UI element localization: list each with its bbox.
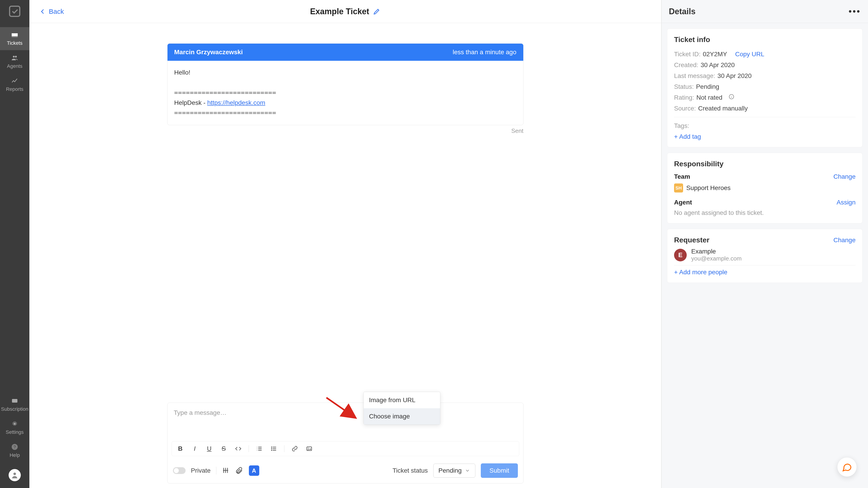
reports-icon — [9, 77, 20, 85]
add-tag-button[interactable]: + Add tag — [674, 133, 856, 140]
svg-point-2 — [15, 56, 17, 58]
svg-rect-12 — [307, 447, 311, 451]
header: Back Example Ticket — [29, 0, 661, 23]
submit-button[interactable]: Submit — [481, 463, 518, 478]
rail-item-label: Subscription — [1, 406, 28, 412]
status-value: Pending — [696, 83, 719, 90]
text-color-button[interactable]: A — [249, 465, 259, 476]
rail-item-subscription[interactable]: Subscription — [0, 393, 29, 416]
requester-card: Requester Change E Example you@example.c… — [667, 229, 863, 283]
svg-line-8 — [327, 398, 356, 418]
svg-point-13 — [308, 448, 309, 449]
svg-point-11 — [271, 450, 272, 451]
left-rail: Tickets Agents Reports Subscription Sett… — [0, 0, 29, 488]
link-button[interactable] — [291, 445, 299, 453]
team-label: Team — [674, 173, 690, 180]
user-avatar[interactable] — [8, 469, 21, 481]
chevron-down-icon — [465, 468, 470, 473]
rail-item-tickets[interactable]: Tickets — [0, 27, 29, 50]
app-logo — [8, 4, 22, 18]
add-more-people-button[interactable]: + Add more people — [674, 269, 856, 276]
svg-rect-3 — [12, 399, 18, 402]
agents-icon — [9, 54, 20, 61]
underline-button[interactable]: U — [205, 445, 213, 453]
message-signature: HelpDesk - https://helpdesk.com — [174, 98, 517, 108]
tags-label: Tags: — [674, 122, 689, 129]
message-status: Sent — [167, 127, 524, 134]
italic-button[interactable]: I — [191, 445, 199, 453]
rail-item-settings[interactable]: Settings — [0, 416, 29, 439]
edit-title-button[interactable] — [373, 8, 380, 15]
back-label: Back — [49, 8, 64, 15]
rail-item-label: Settings — [6, 429, 24, 435]
card-heading: Responsibility — [674, 160, 856, 168]
svg-point-9 — [271, 447, 272, 447]
svg-point-10 — [271, 449, 272, 449]
message-separator: ========================== — [174, 88, 517, 98]
message-body: Hello! ========================== HelpDe… — [167, 61, 523, 125]
requester-avatar: E — [674, 249, 687, 261]
assign-agent-button[interactable]: Assign — [837, 199, 856, 206]
image-button[interactable] — [305, 445, 313, 453]
code-button[interactable] — [234, 445, 242, 453]
strike-button[interactable]: S — [220, 445, 228, 453]
composer-footer: Private A Ticket status Pending Submit — [167, 460, 523, 483]
popup-image-from-url[interactable]: Image from URL — [364, 392, 440, 408]
back-button[interactable]: Back — [38, 7, 64, 15]
bold-button[interactable]: B — [176, 445, 184, 453]
canned-response-button[interactable] — [222, 466, 230, 475]
annotation-arrow — [324, 395, 360, 422]
tickets-icon — [9, 31, 20, 38]
rail-item-agents[interactable]: Agents — [0, 50, 29, 73]
responsibility-card: Responsibility Team Change SH Support He… — [667, 153, 863, 223]
attachment-button[interactable] — [235, 466, 243, 475]
ticket-info-card: Ticket info Ticket ID: 02Y2MY Copy URL C… — [667, 29, 863, 147]
rail-item-help[interactable]: ? Help — [0, 439, 29, 462]
message-separator: ========================== — [174, 108, 517, 118]
unordered-list-button[interactable] — [270, 445, 278, 453]
message-card: Marcin Grzywaczewski less than a minute … — [167, 43, 524, 125]
card-heading: Ticket info — [674, 35, 856, 44]
page-title: Example Ticket — [310, 7, 369, 16]
signature-link[interactable]: https://helpdesk.com — [207, 99, 266, 106]
requester-email: you@example.com — [691, 255, 742, 262]
details-panel: Details ••• Ticket info Ticket ID: 02Y2M… — [661, 0, 868, 488]
ticket-status-select[interactable]: Pending — [433, 464, 475, 478]
copy-url-button[interactable]: Copy URL — [735, 51, 764, 58]
details-title: Details — [669, 7, 695, 16]
ticket-status-label: Ticket status — [393, 467, 428, 474]
subscription-icon — [9, 397, 20, 404]
change-requester-button[interactable]: Change — [833, 236, 856, 244]
format-toolbar: B I U S — [172, 441, 519, 456]
popup-choose-image[interactable]: Choose image — [364, 408, 440, 424]
message-author: Marcin Grzywaczewski — [174, 48, 243, 56]
ordered-list-button[interactable] — [255, 445, 264, 453]
no-agent-text: No agent assigned to this ticket. — [674, 209, 856, 217]
team-name: Support Heroes — [686, 184, 731, 192]
more-button[interactable]: ••• — [848, 6, 861, 17]
svg-rect-0 — [10, 6, 20, 17]
image-insert-popup: Image from URL Choose image — [364, 392, 440, 425]
gear-icon — [9, 420, 20, 427]
ticket-status-value: Pending — [438, 467, 462, 474]
conversation-area: Marcin Grzywaczewski less than a minute … — [29, 23, 661, 488]
rating-value: Not rated — [696, 94, 722, 101]
rail-item-label: Tickets — [7, 40, 23, 46]
info-icon — [729, 94, 734, 99]
created-value: 30 Apr 2020 — [701, 61, 735, 69]
rail-item-label: Help — [9, 452, 20, 458]
agent-label: Agent — [674, 199, 692, 206]
chat-fab[interactable] — [837, 457, 857, 477]
private-label: Private — [191, 467, 211, 474]
help-icon: ? — [9, 443, 20, 451]
requester-name: Example — [691, 248, 742, 255]
private-toggle[interactable] — [173, 467, 186, 474]
rail-item-reports[interactable]: Reports — [0, 73, 29, 96]
source-value: Created manually — [698, 105, 748, 112]
svg-text:?: ? — [13, 445, 16, 449]
last-msg-value: 30 Apr 2020 — [717, 72, 752, 79]
svg-point-7 — [13, 473, 16, 475]
team-badge: SH — [674, 184, 683, 193]
card-heading: Requester — [674, 236, 710, 244]
change-team-button[interactable]: Change — [833, 173, 856, 180]
